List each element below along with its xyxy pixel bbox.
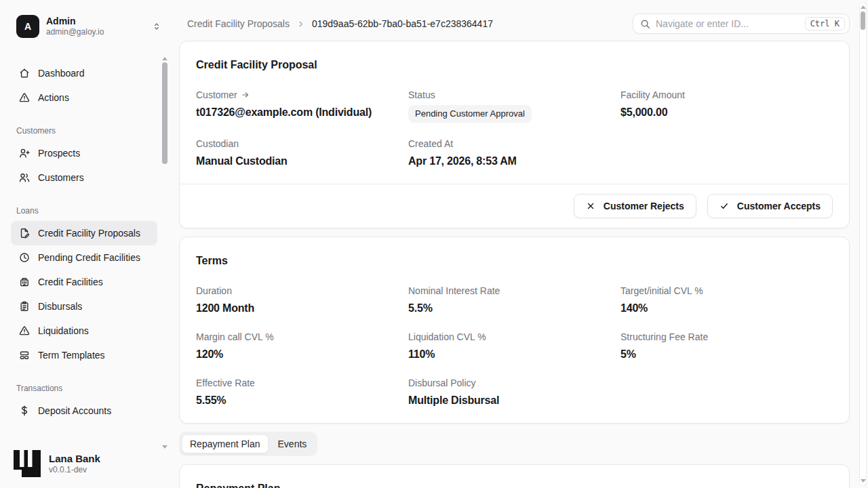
- breadcrumb: Credit Facility Proposals 019d9aa5-62bb-…: [179, 18, 493, 29]
- topbar: Credit Facility Proposals 019d9aa5-62bb-…: [179, 14, 850, 34]
- sidebar-item-prospects[interactable]: Prospects: [11, 141, 157, 165]
- tab-events[interactable]: Events: [270, 434, 315, 453]
- field-value: Multiple Disbursal: [408, 393, 620, 408]
- scroll-up-icon[interactable]: [861, 5, 866, 9]
- button-label: Customer Rejects: [604, 201, 684, 211]
- sidebar-item-label: Disbursals: [38, 301, 82, 312]
- sidebar-scrollbar-thumb[interactable]: [162, 62, 167, 164]
- field-nominal-interest-rate: Nominal Interest Rate 5.5%: [408, 285, 620, 316]
- repayment-plan-card: Repayment Plan: [179, 464, 850, 488]
- scroll-down-icon[interactable]: [861, 479, 866, 483]
- terms-card-title: Terms: [196, 253, 833, 268]
- field-effective-rate: Effective Rate 5.55%: [196, 377, 408, 408]
- sidebar-item-pending-credit-facilities[interactable]: Pending Credit Facilities: [11, 245, 157, 270]
- scroll-up-icon[interactable]: [162, 57, 167, 60]
- sidebar-scrollbar[interactable]: [162, 57, 167, 449]
- sidebar-item-label: Actions: [38, 92, 69, 103]
- check-icon: [719, 201, 729, 211]
- breadcrumb-parent[interactable]: Credit Facility Proposals: [187, 18, 290, 29]
- sidebar: A Admin admin@galoy.io Dashboard Actions…: [0, 0, 174, 488]
- field-value: 120%: [196, 347, 408, 362]
- sidebar-item-label: Pending Credit Facilities: [38, 252, 140, 263]
- sidebar-item-term-templates[interactable]: Term Templates: [11, 343, 157, 367]
- sidebar-item-dashboard[interactable]: Dashboard: [11, 61, 157, 85]
- repayment-plan-card-body: Repayment Plan: [180, 465, 849, 488]
- profile-email: admin@galoy.io: [46, 27, 145, 37]
- field-label: Effective Rate: [196, 377, 408, 389]
- terms-fields: Duration 1200 Month Nominal Interest Rat…: [196, 285, 833, 408]
- search-input[interactable]: [656, 18, 800, 29]
- scroll-down-icon[interactable]: [162, 445, 167, 449]
- sidebar-item-label: Deposit Accounts: [38, 405, 111, 416]
- field-label: Structuring Fee Rate: [620, 331, 833, 343]
- field-label: Duration: [196, 285, 408, 297]
- field-structuring-fee-rate: Structuring Fee Rate 5%: [620, 331, 833, 362]
- field-value: 5%: [620, 347, 833, 362]
- users-icon: [19, 172, 30, 183]
- page-scrollbar-thumb[interactable]: [861, 12, 865, 30]
- sidebar-footer: Lana Bank v0.0.1-dev: [0, 442, 174, 488]
- field-value: 1200 Month: [196, 301, 408, 316]
- sidebar-item-customers[interactable]: Customers: [11, 165, 157, 190]
- sidebar-item-disbursals[interactable]: Disbursals: [11, 294, 157, 319]
- terms-card: Terms Duration 1200 Month Nominal Intere…: [179, 237, 850, 424]
- avatar: A: [16, 15, 39, 38]
- sidebar-item-actions[interactable]: Actions: [11, 85, 157, 110]
- brand-meta: Lana Bank v0.0.1-dev: [49, 452, 100, 475]
- repayment-plan-title: Repayment Plan: [196, 481, 833, 488]
- sidebar-item-liquidations[interactable]: Liquidations: [11, 319, 157, 343]
- layout-template-icon: [19, 350, 30, 361]
- profile-menu-button[interactable]: A Admin admin@galoy.io: [16, 15, 161, 38]
- sidebar-item-label: Prospects: [38, 148, 80, 159]
- customer-accepts-button[interactable]: Customer Accepts: [707, 194, 833, 218]
- field-value: 5.5%: [408, 301, 620, 316]
- customer-rejects-button[interactable]: Customer Rejects: [574, 194, 696, 218]
- lana-bank-logo: [14, 450, 41, 477]
- x-icon: [586, 201, 595, 211]
- field-disbursal-policy: Disbursal Policy Multiple Disbursal: [408, 377, 620, 408]
- tab-repayment-plan[interactable]: Repayment Plan: [182, 434, 269, 453]
- proposal-card-actions: Customer Rejects Customer Accepts: [180, 184, 849, 228]
- field-label: Liquidation CVL %: [408, 331, 620, 343]
- chevron-right-icon: [296, 20, 305, 28]
- sidebar-item-deposit-accounts[interactable]: Deposit Accounts: [11, 399, 157, 423]
- sidebar-item-label: Liquidations: [38, 325, 89, 336]
- breadcrumb-current: 019d9aa5-62bb-7ba0-ba51-e7c238364417: [312, 18, 493, 29]
- profile-meta: Admin admin@galoy.io: [46, 16, 145, 37]
- brand-version: v0.0.1-dev: [49, 465, 100, 475]
- field-value: 110%: [408, 347, 620, 362]
- customer-link[interactable]: t017326@example.com (Individual): [196, 105, 408, 120]
- field-label: Margin call CVL %: [196, 331, 408, 343]
- search-icon: [640, 19, 650, 29]
- field-value: $5,000.00: [620, 105, 833, 120]
- field-duration: Duration 1200 Month: [196, 285, 408, 316]
- field-label: Created At: [408, 138, 620, 150]
- alert-triangle-icon: [19, 92, 30, 103]
- section-label-loans: Loans: [16, 206, 157, 216]
- field-customer: Customer t017326@example.com (Individual…: [196, 89, 408, 123]
- sidebar-item-credit-facility-proposals[interactable]: Credit Facility Proposals: [11, 221, 157, 245]
- arrow-right-icon: [241, 91, 250, 99]
- clock-icon: [19, 252, 30, 263]
- field-label: Target/initial CVL %: [620, 285, 833, 297]
- field-facility-amount: Facility Amount $5,000.00: [620, 89, 833, 123]
- field-target-initial-cvl: Target/initial CVL % 140%: [620, 285, 833, 316]
- page-scrollbar[interactable]: [859, 2, 867, 486]
- sidebar-item-label: Credit Facilities: [38, 277, 103, 287]
- sidebar-item-label: Term Templates: [38, 350, 105, 361]
- button-label: Customer Accepts: [737, 201, 821, 211]
- search-bar[interactable]: Ctrl K: [633, 14, 850, 34]
- proposal-fields: Customer t017326@example.com (Individual…: [196, 89, 833, 169]
- field-custodian: Custodian Manual Custodian: [196, 138, 408, 169]
- section-label-customers: Customers: [16, 126, 157, 136]
- field-value: 140%: [620, 301, 833, 316]
- bank-building-icon: [19, 277, 30, 287]
- home-icon: [19, 68, 30, 79]
- search-shortcut-badge: Ctrl K: [805, 17, 845, 30]
- field-value: Apr 17, 2026, 8:53 AM: [408, 154, 620, 169]
- field-label: Disbursal Policy: [408, 377, 620, 389]
- proposal-card-title: Credit Facility Proposal: [196, 58, 833, 73]
- alert-triangle-icon: [19, 325, 30, 336]
- sidebar-nav: Dashboard Actions Customers Prospects Cu…: [0, 61, 174, 423]
- sidebar-item-credit-facilities[interactable]: Credit Facilities: [11, 270, 157, 294]
